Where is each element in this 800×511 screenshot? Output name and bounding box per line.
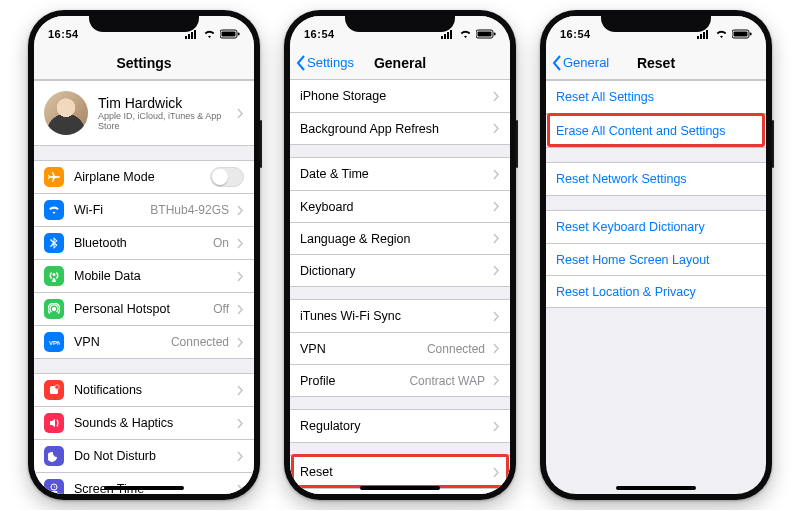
navbar: Settings General (290, 46, 510, 80)
row-background-app-refresh[interactable]: Background App Refresh (290, 112, 510, 144)
reset-content[interactable]: Reset All SettingsErase All Content and … (546, 80, 766, 494)
row-label: Personal Hotspot (74, 302, 170, 316)
row-detail: Off (213, 302, 231, 316)
chevron-right-icon (493, 169, 500, 180)
profile-sub: Apple ID, iCloud, iTunes & App Store (98, 111, 231, 131)
battery-icon (476, 29, 496, 39)
svg-rect-20 (494, 33, 496, 36)
row-label: Language & Region (300, 232, 411, 246)
home-indicator[interactable] (360, 486, 440, 490)
svg-point-10 (55, 385, 59, 389)
svg-text:VPN: VPN (49, 340, 60, 346)
row-label: Keyboard (300, 200, 354, 214)
chevron-left-icon (296, 55, 305, 71)
row-notifications[interactable]: Notifications (34, 374, 254, 406)
row-label: Erase All Content and Settings (556, 124, 726, 138)
phone-general: 16:54 Settings General iPhone StorageBac… (284, 10, 516, 500)
status-time: 16:54 (304, 28, 335, 40)
chevron-right-icon (493, 467, 500, 478)
status-time: 16:54 (48, 28, 79, 40)
chevron-right-icon (237, 337, 244, 348)
battery-icon (732, 29, 752, 39)
svg-rect-26 (734, 32, 748, 37)
row-reset-all-settings[interactable]: Reset All Settings (546, 81, 766, 113)
svg-rect-24 (706, 30, 708, 39)
row-label: iTunes Wi-Fi Sync (300, 309, 401, 323)
row-detail: Connected (171, 335, 231, 349)
profile-name: Tim Hardwick (98, 95, 231, 111)
row-keyboard[interactable]: Keyboard (290, 190, 510, 222)
row-erase-all-content-and-settings[interactable]: Erase All Content and Settings (546, 115, 766, 147)
chevron-right-icon (237, 238, 244, 249)
row-label: Sounds & Haptics (74, 416, 173, 430)
group: Reset All Settings (546, 80, 766, 114)
row-personal-hotspot[interactable]: Personal HotspotOff (34, 292, 254, 325)
chevron-right-icon (493, 201, 500, 212)
row-bluetooth[interactable]: BluetoothOn (34, 226, 254, 259)
toggle[interactable] (210, 167, 244, 187)
row-dictionary[interactable]: Dictionary (290, 254, 510, 286)
home-indicator[interactable] (616, 486, 696, 490)
phone-reset: 16:54 General Reset Reset All SettingsEr… (540, 10, 772, 500)
row-reset-home-screen-layout[interactable]: Reset Home Screen Layout (546, 243, 766, 275)
chevron-right-icon (237, 205, 244, 216)
back-button[interactable]: Settings (296, 55, 354, 71)
svg-rect-15 (444, 34, 446, 39)
chevron-right-icon (493, 91, 500, 102)
svg-rect-23 (703, 32, 705, 39)
notch (89, 10, 199, 32)
row-label: VPN (74, 335, 100, 349)
row-wi-fi[interactable]: Wi-FiBTHub4-92GS (34, 193, 254, 226)
apple-id-row[interactable]: Tim Hardwick Apple ID, iCloud, iTunes & … (34, 81, 254, 145)
general-content[interactable]: iPhone StorageBackground App RefreshDate… (290, 79, 510, 494)
svg-rect-27 (750, 33, 752, 36)
row-vpn[interactable]: VPNVPNConnected (34, 325, 254, 358)
status-icons (697, 29, 752, 39)
battery-icon (220, 29, 240, 39)
row-mobile-data[interactable]: Mobile Data (34, 259, 254, 292)
chevron-right-icon (493, 343, 500, 354)
chevron-right-icon (237, 304, 244, 315)
phone-settings: 16:54 Settings Tim Hardwick Ap (28, 10, 260, 500)
chevron-left-icon (552, 55, 561, 71)
row-label: Profile (300, 374, 335, 388)
chevron-right-icon (493, 311, 500, 322)
avatar (44, 91, 88, 135)
row-airplane-mode[interactable]: Airplane Mode (34, 161, 254, 193)
chevron-right-icon (493, 421, 500, 432)
row-label: Reset Location & Privacy (556, 285, 696, 299)
status-icons (441, 29, 496, 39)
row-date-time[interactable]: Date & Time (290, 158, 510, 190)
row-sounds-haptics[interactable]: Sounds & Haptics (34, 406, 254, 439)
back-label: General (563, 55, 609, 70)
airplane-icon (44, 167, 64, 187)
row-profile[interactable]: ProfileContract WAP (290, 364, 510, 396)
settings-content[interactable]: Tim Hardwick Apple ID, iCloud, iTunes & … (34, 80, 254, 494)
svg-rect-14 (441, 36, 443, 39)
navbar-title: Settings (116, 55, 171, 71)
row-label: Bluetooth (74, 236, 127, 250)
bluetooth-icon (44, 233, 64, 253)
row-itunes-wi-fi-sync[interactable]: iTunes Wi-Fi Sync (290, 300, 510, 332)
row-vpn[interactable]: VPNConnected (290, 332, 510, 364)
back-button[interactable]: General (552, 55, 609, 71)
row-language-region[interactable]: Language & Region (290, 222, 510, 254)
chevron-right-icon (237, 418, 244, 429)
row-label: Reset (300, 465, 333, 479)
notch (345, 10, 455, 32)
home-indicator[interactable] (104, 486, 184, 490)
row-iphone-storage[interactable]: iPhone Storage (290, 80, 510, 112)
navbar: General Reset (546, 46, 766, 80)
svg-rect-19 (478, 32, 492, 37)
row-regulatory[interactable]: Regulatory (290, 410, 510, 442)
profile-group: Tim Hardwick Apple ID, iCloud, iTunes & … (34, 80, 254, 146)
row-reset-location-privacy[interactable]: Reset Location & Privacy (546, 275, 766, 307)
row-reset-network-settings[interactable]: Reset Network Settings (546, 163, 766, 195)
row-label: Background App Refresh (300, 122, 439, 136)
row-reset-keyboard-dictionary[interactable]: Reset Keyboard Dictionary (546, 211, 766, 243)
status-time: 16:54 (560, 28, 591, 40)
row-do-not-disturb[interactable]: Do Not Disturb (34, 439, 254, 472)
row-reset[interactable]: Reset (290, 456, 510, 488)
row-label: Regulatory (300, 419, 360, 433)
chevron-right-icon (237, 451, 244, 462)
